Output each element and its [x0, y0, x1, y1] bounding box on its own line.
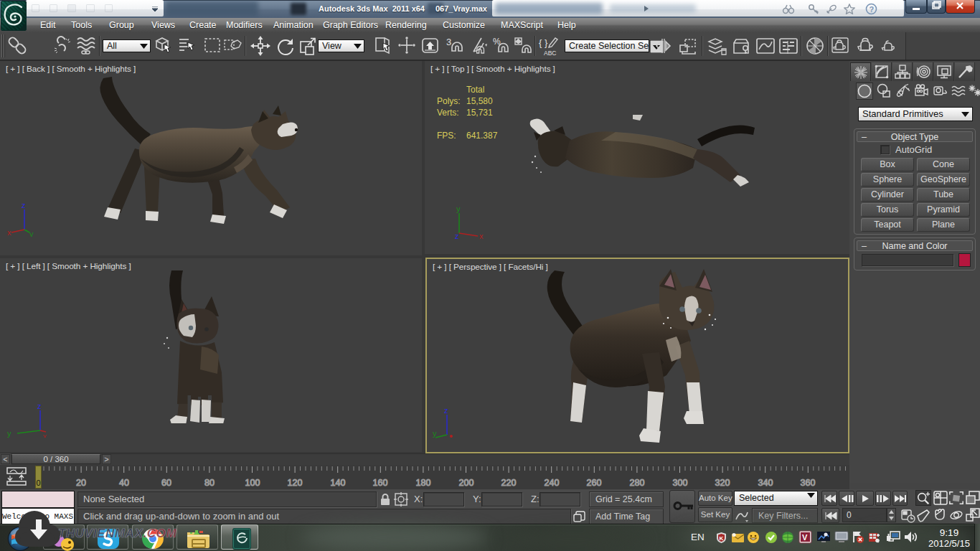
svg-text:V: V: [802, 533, 808, 542]
svg-text:z: z: [444, 406, 448, 415]
svg-text:240: 240: [545, 478, 560, 488]
svg-text:y: y: [29, 230, 34, 237]
svg-text:100: 100: [245, 478, 260, 488]
svg-text:?: ?: [870, 5, 875, 14]
svg-text:260: 260: [587, 478, 602, 488]
svg-text:280: 280: [630, 478, 645, 488]
svg-text:320: 320: [715, 478, 730, 488]
svg-text:z: z: [455, 232, 459, 240]
svg-text:ABC: ABC: [544, 50, 556, 57]
svg-text:140: 140: [331, 478, 346, 488]
svg-text:200: 200: [459, 478, 474, 488]
svg-text:340: 340: [758, 478, 773, 488]
svg-text:360: 360: [801, 478, 816, 488]
svg-text:20: 20: [76, 478, 86, 488]
svg-text:x: x: [479, 232, 484, 240]
svg-text:160: 160: [373, 478, 388, 488]
svg-text:300: 300: [673, 478, 688, 488]
svg-text:x: x: [43, 432, 47, 438]
svg-text:40: 40: [119, 478, 129, 488]
svg-text:x: x: [7, 228, 11, 237]
svg-text:y: y: [7, 429, 11, 438]
svg-text:60: 60: [161, 478, 171, 488]
svg-text:y: y: [456, 204, 461, 213]
svg-text:y: y: [433, 429, 437, 438]
svg-text:K: K: [720, 535, 724, 542]
svg-text:3: 3: [446, 37, 451, 47]
svg-text:180: 180: [416, 478, 431, 488]
svg-text:z: z: [37, 402, 42, 410]
svg-text:80: 80: [204, 478, 215, 488]
svg-text:{ }: { }: [539, 37, 548, 48]
svg-text:220: 220: [501, 478, 517, 488]
svg-text:120: 120: [288, 478, 303, 488]
svg-text:z: z: [22, 201, 26, 209]
